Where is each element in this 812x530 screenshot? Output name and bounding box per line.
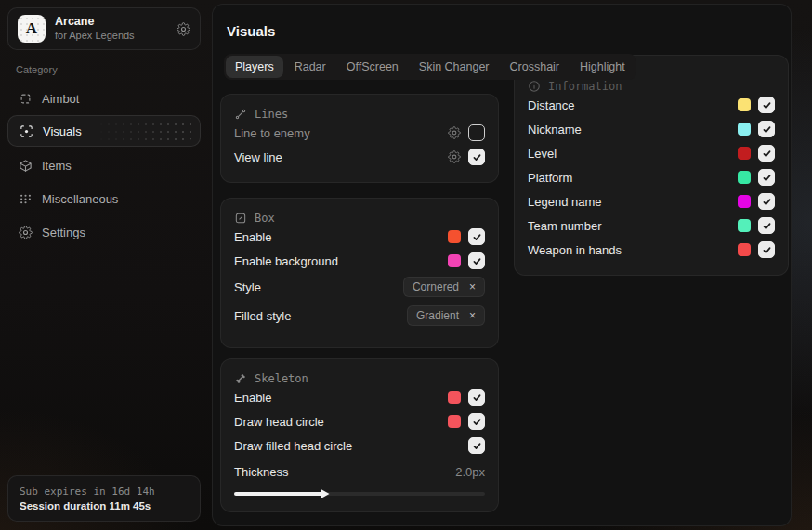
app-name: Arcane [55, 15, 135, 30]
thickness-slider-thumb[interactable] [321, 489, 330, 498]
style-select-value: Cornered [413, 280, 459, 293]
setting-row-nickname: Nickname [528, 117, 775, 141]
weapon-in-hands-checkbox[interactable] [758, 241, 775, 258]
level-checkbox[interactable] [758, 145, 775, 162]
setting-label: Thickness [234, 465, 289, 479]
row-gear-icon[interactable] [448, 150, 461, 163]
setting-label: Team number [528, 219, 601, 233]
grid-dots-icon [19, 192, 33, 206]
color-swatch[interactable] [448, 415, 461, 428]
sidebar-item-items[interactable]: Items [7, 149, 201, 181]
tab-offscreen[interactable]: OffScreen [337, 56, 408, 78]
clear-selection-icon[interactable]: × [469, 281, 476, 292]
app-header-card: A Arcane for Apex Legends [7, 7, 201, 50]
thickness-slider[interactable] [234, 492, 485, 496]
nickname-checkbox[interactable] [758, 121, 775, 137]
view-line-checkbox[interactable] [468, 149, 485, 165]
sidebar-item-settings[interactable]: Settings [7, 216, 201, 248]
sidebar-item-label: Miscellaneous [42, 192, 118, 206]
sidebar-item-miscellaneous[interactable]: Miscellaneous [7, 183, 201, 214]
sidebar-item-aimbot[interactable]: Aimbot [7, 83, 201, 114]
cube-icon [19, 159, 33, 173]
clear-selection-icon[interactable]: × [469, 310, 476, 321]
gear-icon [19, 226, 33, 239]
color-swatch[interactable] [448, 391, 461, 404]
setting-label: Weapon in hands [528, 243, 622, 257]
setting-label: Enable [234, 230, 271, 244]
setting-label: Style [234, 280, 261, 294]
setting-label: Draw head circle [234, 415, 324, 429]
distance-checkbox[interactable] [758, 97, 775, 113]
team-number-checkbox[interactable] [758, 217, 775, 234]
setting-row-weapon-in-hands: Weapon in hands [528, 238, 775, 262]
setting-label: Filled style [234, 309, 291, 323]
session-duration-text: Session duration 11m 45s [20, 500, 189, 511]
setting-row-line-to-enemy: Line to enemy [234, 121, 485, 145]
setting-label: Platform [528, 171, 572, 185]
app-logo-letter: A [26, 19, 37, 38]
setting-row-distance: Distance [528, 93, 775, 117]
setting-label: Line to enemy [234, 126, 310, 140]
setting-row-view-line: View line [234, 145, 485, 169]
sidebar-item-visuals[interactable]: Visuals [7, 115, 201, 147]
color-swatch[interactable] [738, 147, 751, 160]
style-select[interactable]: Cornered × [403, 277, 485, 297]
color-swatch[interactable] [738, 171, 751, 184]
setting-label: Legend name [528, 195, 602, 209]
line-segment-icon [234, 108, 247, 121]
setting-row-head-circle: Draw head circle [234, 409, 485, 433]
sidebar-item-label: Aimbot [42, 92, 79, 106]
filled-style-select-value: Gradient [416, 309, 459, 322]
scan-eye-icon [20, 124, 33, 138]
setting-row-box-enable: Enable [234, 225, 485, 249]
information-card-title: Information [548, 80, 622, 93]
setting-label: Nickname [528, 123, 582, 136]
skeleton-enable-checkbox[interactable] [468, 389, 485, 406]
color-swatch[interactable] [448, 254, 461, 267]
color-swatch[interactable] [738, 195, 751, 208]
setting-label: Enable [234, 391, 271, 405]
setting-row-box-style: Style Cornered × [234, 273, 485, 301]
setting-label: Distance [528, 98, 575, 112]
legend-name-checkbox[interactable] [758, 193, 775, 210]
box-background-checkbox[interactable] [468, 252, 485, 269]
filled-head-circle-checkbox[interactable] [468, 437, 485, 454]
sidebar-item-label: Items [42, 159, 72, 173]
box-enable-checkbox[interactable] [468, 228, 485, 245]
color-swatch[interactable] [738, 219, 751, 232]
setting-label: Draw filled head circle [234, 439, 352, 453]
lines-card-title: Lines [255, 108, 288, 121]
color-swatch[interactable] [738, 98, 751, 111]
setting-row-filled-style: Filled style Gradient × [234, 301, 485, 330]
sub-expiry-text: Sub expires in 16d 14h [20, 485, 189, 498]
platform-checkbox[interactable] [758, 169, 775, 186]
color-swatch[interactable] [738, 123, 751, 136]
info-icon [528, 80, 541, 93]
tab-skin-changer[interactable]: Skin Changer [410, 56, 499, 78]
setting-row-level: Level [528, 141, 775, 165]
row-gear-icon[interactable] [448, 126, 461, 139]
head-circle-checkbox[interactable] [468, 413, 485, 430]
box-card: Box Enable Enable background Style Corne… [220, 198, 499, 348]
setting-row-team-number: Team number [528, 213, 775, 238]
color-swatch[interactable] [448, 230, 461, 243]
skeleton-card-title: Skeleton [255, 372, 308, 385]
tab-bar: Players Radar OffScreen Skin Changer Cro… [224, 54, 636, 80]
color-swatch[interactable] [738, 243, 751, 256]
tab-highlight[interactable]: Highlight [570, 56, 635, 78]
filled-style-select[interactable]: Gradient × [407, 305, 485, 326]
setting-row-box-background: Enable background [234, 249, 485, 273]
setting-row-filled-head-circle: Draw filled head circle [234, 433, 485, 458]
sidebar-item-label: Settings [42, 226, 85, 239]
setting-row-skeleton-enable: Enable [234, 385, 485, 409]
tab-crosshair[interactable]: Crosshair [501, 56, 570, 78]
category-label: Category [16, 64, 58, 75]
bone-icon [234, 372, 247, 385]
tab-players[interactable]: Players [226, 56, 283, 78]
sidebar: A Arcane for Apex Legends Category Aimbo… [0, 0, 208, 530]
tab-radar[interactable]: Radar [285, 56, 335, 78]
setting-label: View line [234, 150, 282, 164]
setting-row-platform: Platform [528, 165, 775, 189]
app-settings-gear-icon[interactable] [177, 22, 190, 36]
line-to-enemy-checkbox[interactable] [468, 124, 485, 141]
